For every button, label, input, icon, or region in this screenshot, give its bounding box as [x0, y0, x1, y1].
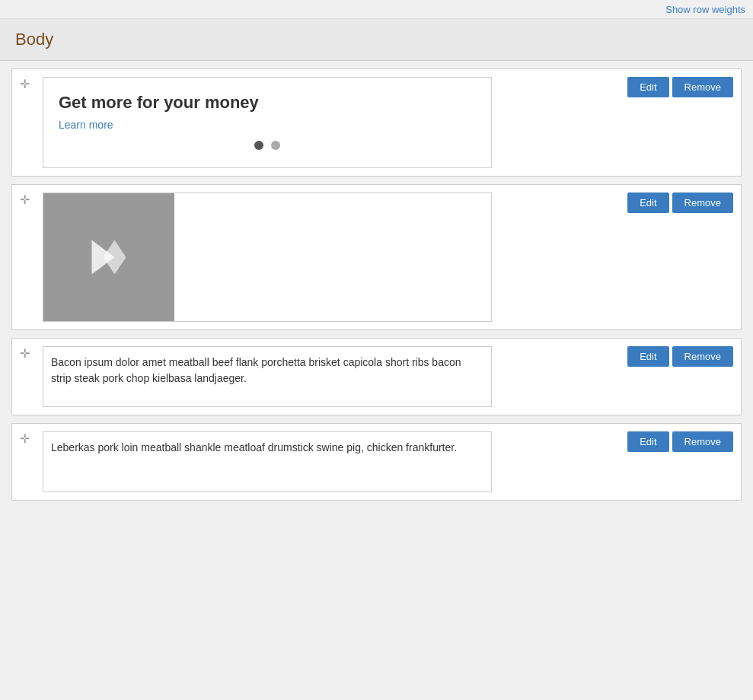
- block-actions: Edit Remove: [627, 192, 733, 219]
- block-actions: Edit Remove: [627, 346, 733, 373]
- block-row: ✛ Edit Remove: [11, 184, 742, 330]
- action-buttons: Edit Remove: [627, 192, 733, 213]
- edit-button[interactable]: Edit: [627, 431, 668, 452]
- remove-button[interactable]: Remove: [672, 192, 733, 213]
- edit-button[interactable]: Edit: [627, 192, 668, 213]
- block-preview-slider: Get more for your money Learn more: [43, 77, 492, 168]
- block-actions: Edit Remove: [627, 431, 733, 458]
- dot-active-icon: [254, 141, 263, 150]
- text-content: Bacon ipsum dolor amet meatball beef fla…: [51, 355, 483, 387]
- block-actions: Edit Remove: [627, 77, 733, 103]
- action-buttons: Edit Remove: [627, 346, 733, 367]
- drag-handle-icon[interactable]: ✛: [20, 77, 30, 91]
- block-preview-image: [43, 192, 492, 322]
- text-block: Bacon ipsum dolor amet meatball beef fla…: [43, 346, 618, 407]
- dot-inactive-icon: [271, 141, 280, 150]
- text-content: Leberkas pork loin meatball shankle meat…: [51, 440, 483, 456]
- action-buttons: Edit Remove: [627, 77, 733, 97]
- edit-button[interactable]: Edit: [627, 346, 668, 367]
- text-block: Leberkas pork loin meatball shankle meat…: [43, 431, 618, 492]
- block-preview-text: Leberkas pork loin meatball shankle meat…: [43, 431, 492, 492]
- drag-handle-icon[interactable]: ✛: [20, 346, 30, 361]
- slider-learn-more-link[interactable]: Learn more: [59, 119, 113, 131]
- remove-button[interactable]: Remove: [672, 346, 733, 367]
- block-row: ✛ Get more for your money Learn more Edi…: [11, 68, 742, 177]
- drag-handle-icon[interactable]: ✛: [20, 431, 30, 446]
- remove-button[interactable]: Remove: [672, 77, 733, 97]
- slider-dots: [59, 140, 476, 152]
- block-inner: Edit Remove: [20, 192, 733, 322]
- page-title: Body: [15, 30, 738, 49]
- slider-heading: Get more for your money: [59, 93, 476, 113]
- slider-block: Get more for your money Learn more: [43, 77, 618, 168]
- block-row: ✛ Leberkas pork loin meatball shankle me…: [11, 423, 742, 501]
- image-placeholder: [43, 193, 174, 321]
- edit-button[interactable]: Edit: [627, 77, 668, 97]
- show-row-weights-link[interactable]: Show row weights: [665, 4, 745, 15]
- block-row: ✛ Bacon ipsum dolor amet meatball beef f…: [11, 338, 742, 415]
- top-bar: Show row weights: [0, 0, 753, 19]
- block-inner: Leberkas pork loin meatball shankle meat…: [20, 431, 733, 492]
- remove-button[interactable]: Remove: [672, 431, 733, 452]
- image-icon: [86, 234, 132, 280]
- image-block: [43, 192, 618, 322]
- action-buttons: Edit Remove: [627, 431, 733, 452]
- drag-handle-icon[interactable]: ✛: [20, 192, 30, 207]
- block-inner: Get more for your money Learn more Edit …: [20, 77, 733, 168]
- block-inner: Bacon ipsum dolor amet meatball beef fla…: [20, 346, 733, 407]
- page-header: Body: [0, 19, 753, 61]
- content-area: ✛ Get more for your money Learn more Edi…: [0, 61, 753, 516]
- block-preview-text: Bacon ipsum dolor amet meatball beef fla…: [43, 346, 492, 407]
